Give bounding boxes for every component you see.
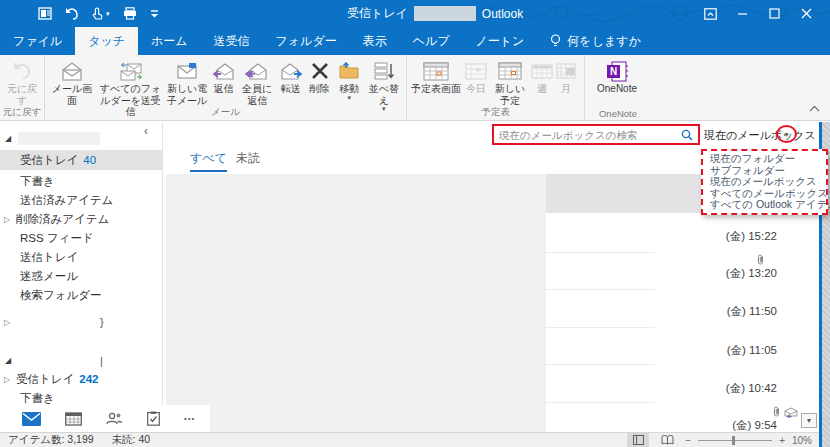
ribbon-display-options-icon[interactable] xyxy=(694,0,726,27)
ribbon-group-onenote: N OneNote OneNote xyxy=(585,55,651,120)
maximize-icon[interactable] xyxy=(758,0,790,27)
week-button[interactable]: 週 xyxy=(530,57,554,95)
close-icon[interactable] xyxy=(790,0,822,27)
expanded-triangle-icon[interactable]: ◢ xyxy=(5,134,18,143)
message-row-time[interactable]: (金) 11:05 xyxy=(727,343,777,358)
qat-customize-button[interactable] xyxy=(150,4,159,24)
mail-nav-icon[interactable] xyxy=(22,412,41,426)
search-box-annotated xyxy=(492,124,700,145)
reading-view-button[interactable] xyxy=(656,433,678,447)
folder-search-folders[interactable]: 検索フォルダー xyxy=(0,285,163,305)
folder-inbox-2-count: 242 xyxy=(79,373,98,385)
scope-dropdown-annotation-circle: ▾ xyxy=(776,125,797,143)
tab-tell-me[interactable]: 何をしますか xyxy=(537,27,653,55)
delete-button[interactable]: 削除 xyxy=(305,57,334,95)
zoom-out-icon[interactable]: − xyxy=(685,435,691,446)
tab-home[interactable]: ホーム xyxy=(138,27,201,55)
tell-me-label: 何をしますか xyxy=(567,33,640,50)
tab-help[interactable]: ヘルプ xyxy=(400,27,463,55)
folder-inbox[interactable]: 受信トレイ 40 xyxy=(0,150,163,170)
window-title-app: Outlook xyxy=(482,7,523,21)
print-button[interactable] xyxy=(123,4,137,24)
reply-button[interactable]: 返信 xyxy=(209,57,238,95)
collapsed-redacted-group[interactable]: ▷ } xyxy=(0,312,163,332)
mail-view-button[interactable]: メール画面 xyxy=(48,57,96,106)
menu-item-current-folder[interactable]: 現在のフォルダー xyxy=(703,153,826,165)
move-folder-icon xyxy=(338,59,360,83)
search-icon[interactable] xyxy=(676,129,698,141)
collapse-pane-icon[interactable]: ‹ xyxy=(144,124,148,138)
touch-mode-button[interactable]: ▾ xyxy=(92,4,110,24)
folder-drafts[interactable]: 下書き xyxy=(0,171,163,191)
navigation-bar: ••• xyxy=(0,405,210,432)
message-row-time[interactable]: (金) 10:42 xyxy=(726,381,777,396)
redacted-message-content xyxy=(166,174,546,432)
scope-dropdown-caret[interactable]: ▾ xyxy=(784,130,788,139)
new-email-button[interactable]: 新しい電子メール xyxy=(165,57,209,106)
window-title: 受信トレイ Outlook xyxy=(347,0,523,27)
minimize-icon[interactable] xyxy=(726,0,758,27)
folder-deleted[interactable]: ▷ 削除済みアイテム xyxy=(0,209,163,229)
calendar-view-icon xyxy=(423,59,449,83)
message-row-time[interactable]: (金) 9:54 xyxy=(732,418,777,433)
search-scope-menu: 現在のフォルダー サブフォルダー 現在のメールボックス すべてのメールボックス … xyxy=(701,149,828,215)
tab-file[interactable]: ファイル xyxy=(0,27,75,55)
people-nav-icon[interactable] xyxy=(106,412,123,425)
attachment-icon xyxy=(773,406,780,418)
search-scope-selector[interactable]: 現在のメールボックス xyxy=(704,128,816,143)
undo-qat-button[interactable] xyxy=(65,4,79,24)
reply-all-button[interactable]: 全員に返信 xyxy=(238,57,276,106)
message-row-time[interactable]: (金) 15:22 xyxy=(726,229,777,244)
tab-touch[interactable]: タッチ xyxy=(75,27,138,55)
more-options-icon[interactable]: ••• xyxy=(184,414,195,423)
move-button[interactable]: 移動 ▾ xyxy=(334,57,365,101)
app-icon[interactable] xyxy=(38,4,52,24)
group-label-undo: 元に戻す xyxy=(0,106,44,119)
list-tab-all[interactable]: すべて xyxy=(190,150,227,172)
message-row-time[interactable]: (金) 11:50 xyxy=(727,304,777,319)
week-icon xyxy=(531,59,553,83)
collapse-ribbon-icon[interactable] xyxy=(809,98,820,116)
expanded-triangle-icon[interactable]: ◢ xyxy=(5,356,18,365)
today-button[interactable]: 今日 xyxy=(462,57,490,95)
tab-view[interactable]: 表示 xyxy=(350,27,400,55)
month-button[interactable]: 月 xyxy=(554,57,578,95)
folder-sent[interactable]: 送信済みアイテム xyxy=(0,190,163,210)
calendar-nav-icon[interactable] xyxy=(65,412,82,426)
search-input[interactable] xyxy=(494,129,676,141)
tasks-nav-icon[interactable] xyxy=(147,411,160,426)
collapsed-triangle-icon[interactable]: ▷ xyxy=(0,318,14,327)
menu-item-all-outlook-items[interactable]: すべての Outlook アイテム xyxy=(703,199,826,211)
normal-view-button[interactable] xyxy=(627,433,649,447)
folder-outbox[interactable]: 送信トレイ xyxy=(0,247,163,267)
mail-view-icon xyxy=(59,59,85,83)
onenote-button[interactable]: N OneNote xyxy=(588,57,646,95)
status-bar: アイテム数: 3,199 未読: 40 − + 10% xyxy=(0,432,820,447)
tab-send-receive[interactable]: 送受信 xyxy=(201,27,263,55)
reply-icon xyxy=(212,59,236,83)
folder-rss[interactable]: RSS フィード xyxy=(0,228,163,248)
collapsed-triangle-icon[interactable]: ▷ xyxy=(0,215,14,224)
tab-norton[interactable]: ノートン xyxy=(463,27,538,55)
message-row-time[interactable]: (金) 13:20 xyxy=(726,266,777,281)
zoom-slider[interactable] xyxy=(698,440,772,441)
folder-inbox-2[interactable]: ▷ 受信トレイ 242 xyxy=(0,369,163,389)
onenote-icon: N xyxy=(606,59,628,83)
title-bar: ▾ 受信トレイ Outlook xyxy=(0,0,830,27)
zoom-slider-thumb[interactable] xyxy=(732,436,735,445)
account-header-2[interactable]: ◢ | xyxy=(5,354,100,367)
account-header-1[interactable]: ◢ xyxy=(5,132,100,145)
list-tab-unread[interactable]: 未読 xyxy=(236,150,260,167)
forward-button[interactable]: 転送 xyxy=(276,57,305,95)
tab-folder[interactable]: フォルダー xyxy=(263,27,350,55)
scrollbar-down-button[interactable]: ▾ xyxy=(801,413,817,428)
zoom-level[interactable]: 10% xyxy=(792,435,812,446)
ribbon-group-mail: メール画面 すべてのフォルダーを送受信 新しい電子メール 返信 xyxy=(45,55,407,120)
zoom-in-icon[interactable]: + xyxy=(779,435,785,446)
collapsed-triangle-icon[interactable]: ▷ xyxy=(0,375,14,384)
sort-button[interactable]: 並べ替え ▾ xyxy=(365,57,403,112)
undo-button[interactable]: 元に戻す xyxy=(3,57,41,106)
calendar-view-button[interactable]: 予定表画面 xyxy=(410,57,462,95)
new-appointment-button[interactable]: 新しい予定 xyxy=(490,57,530,106)
folder-junk[interactable]: 迷惑メール xyxy=(0,266,163,286)
